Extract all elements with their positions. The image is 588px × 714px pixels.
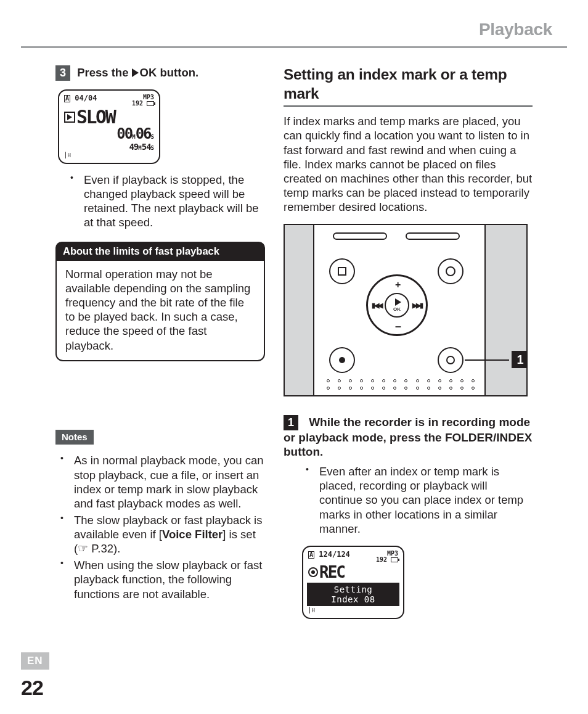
step-3-instruction: 3 Press the OK button. (55, 65, 265, 81)
lcd2-count: 124/124 (319, 550, 350, 559)
step3-notes-list: Even if playback is stopped, the changed… (67, 173, 265, 230)
limits-body: Normal operation may not be available de… (65, 268, 250, 352)
dpad: + – ▮◀◀ ▶▶▮ OK (366, 274, 428, 336)
step1-notes-list: Even after an index or temp mark is plac… (302, 464, 533, 536)
section-heading: Setting an index mark or a temp mark (284, 65, 533, 103)
page-header-title: Playback (21, 18, 567, 40)
limits-box: Normal operation may not be available de… (55, 261, 265, 361)
step1-post: button. (284, 445, 323, 458)
lcd1-count: 04/04 (75, 94, 97, 102)
rec-status-icon (308, 567, 318, 577)
lcd2-fmt1: MP3 (387, 550, 398, 557)
note-1: As in normal playback mode, you can stop… (74, 453, 265, 511)
lcd1-indicator: ⎮H (64, 152, 154, 159)
lcd1-folder: A (64, 95, 70, 102)
recorder-diagram: + – ▮◀◀ ▶▶▮ OK 1 (284, 224, 528, 396)
lcd1-big: SLOW (76, 108, 115, 126)
stop-button-icon (329, 258, 355, 284)
note2-bold: Voice Filter (162, 528, 223, 541)
lcd1-ss: 54 (142, 142, 151, 152)
lcd2-msg1: Setting (334, 585, 373, 594)
step-1-instruction: 1 While the recorder is in recording mod… (284, 415, 533, 459)
step-1-badge: 1 (284, 415, 298, 430)
play-status-icon (64, 112, 75, 123)
lcd2-message: Setting Index 08 (307, 583, 399, 606)
battery-icon (147, 101, 154, 106)
lcd1-sm: 49 (129, 142, 138, 152)
limits-heading: About the limits of fast playback (55, 242, 265, 261)
page-number: 22 (21, 675, 49, 701)
lcd1-fmt1: MP3 (143, 94, 154, 101)
lcd2-folder: A (308, 551, 314, 559)
left-small-button-icon (329, 347, 355, 373)
lcd-screenshot-rec: A 124/124 MP3192 REC Setting Index 08 ⎮H (302, 546, 404, 619)
header-rule (21, 46, 567, 48)
section-rule (284, 105, 533, 107)
step-3-badge: 3 (55, 65, 70, 81)
ok-button-icon: OK (385, 293, 409, 318)
lcd1-fmt2: 192 (132, 100, 143, 107)
lcd-screenshot-slow: A 04/04 MP3192 SLOW 00M06S 49M54S ⎮H (58, 89, 160, 164)
section-intro: If index marks and temp marks are placed… (284, 114, 533, 214)
dpad-ok-label: OK (393, 306, 401, 313)
step3-pre: Press the (77, 66, 128, 79)
step3-ok: OK (140, 66, 157, 79)
folder-index-button-icon (438, 347, 463, 373)
callout-1: 1 (512, 351, 528, 368)
notes-label: Notes (55, 430, 94, 445)
chapter-number: 3 (0, 273, 5, 293)
lcd2-fmt2: 192 (376, 556, 387, 563)
page-footer: EN 22 (21, 652, 49, 700)
step1-note-1: Even after an index or temp mark is plac… (319, 464, 533, 536)
record-button-icon (438, 258, 463, 284)
lcd2-big: REC (319, 564, 345, 580)
note-2: The slow playback or fast playback is av… (74, 513, 265, 556)
step3-post: button. (157, 66, 198, 79)
lcd2-indicator: ⎮H (308, 607, 398, 614)
lcd1-ts: 06 (136, 125, 151, 142)
lcd2-msg2: Index 08 (331, 594, 375, 604)
language-badge: EN (21, 652, 49, 669)
play-icon (132, 68, 139, 77)
side-tab: 3 Playback (0, 273, 5, 338)
step1-bold: FOLDER/INDEX (445, 431, 532, 444)
note-3: When using the slow playback or fast pla… (74, 558, 265, 601)
step3-note-1: Even if playback is stopped, the changed… (84, 173, 265, 230)
lcd1-tm: 00 (116, 125, 132, 142)
battery-icon-2 (391, 557, 398, 562)
notes-list: As in normal playback mode, you can stop… (57, 453, 265, 601)
